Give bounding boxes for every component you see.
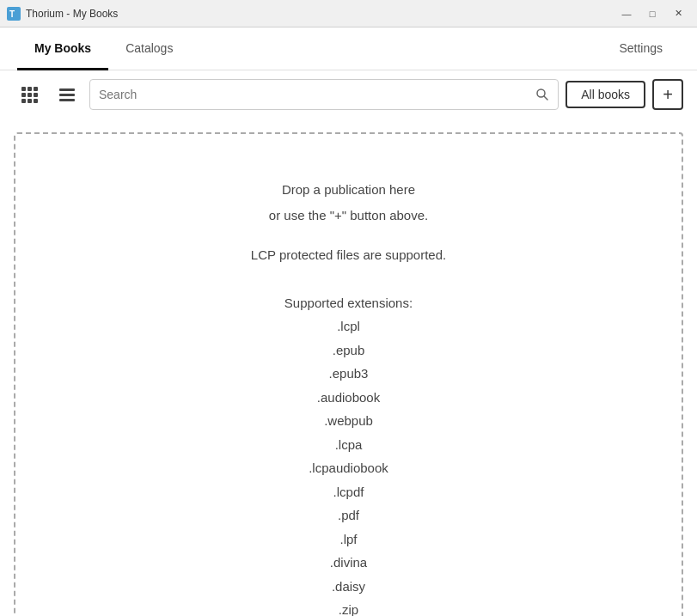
search-input[interactable]	[99, 88, 535, 101]
add-book-button[interactable]: +	[652, 79, 683, 110]
search-container	[89, 79, 559, 110]
list-view-button[interactable]	[52, 79, 83, 110]
svg-line-3	[544, 96, 547, 100]
toolbar: All books +	[0, 70, 697, 119]
ext-daisy: .daisy	[332, 576, 365, 598]
ext-epub3: .epub3	[329, 363, 369, 385]
extensions-header: Supported extensions:	[284, 296, 413, 310]
tab-my-books[interactable]: My Books	[17, 27, 108, 70]
svg-text:T: T	[9, 9, 15, 19]
list-icon	[59, 88, 75, 101]
tab-catalogs[interactable]: Catalogs	[108, 27, 190, 70]
ext-audiobook: .audiobook	[317, 387, 380, 409]
drop-zone-line2: or use the "+" button above.	[269, 203, 428, 229]
title-bar: T Thorium - My Books — □ ✕	[0, 0, 697, 27]
search-button[interactable]	[535, 88, 549, 101]
search-icon	[535, 88, 549, 101]
extensions-list: Supported extensions: .lcpl .epub .epub3…	[284, 296, 413, 616]
all-books-button[interactable]: All books	[566, 81, 645, 108]
drop-zone-line3: LCP protected files are supported.	[251, 242, 446, 268]
ext-epub: .epub	[333, 339, 365, 362]
ext-lpf: .lpf	[339, 528, 357, 551]
window-controls: — □ ✕	[614, 5, 690, 22]
nav-tabs: My Books Catalogs Settings	[0, 27, 697, 70]
app-icon: T	[7, 7, 21, 21]
ext-lcpaudiobook: .lcpaudiobook	[309, 457, 388, 479]
maximize-button[interactable]: □	[640, 5, 664, 22]
grid-view-button[interactable]	[14, 79, 45, 110]
ext-webpub: .webpub	[324, 410, 373, 432]
grid-icon	[21, 87, 38, 103]
main-content: Drop a publication here or use the "+" b…	[0, 119, 697, 616]
drop-zone-line1: Drop a publication here	[282, 177, 415, 203]
ext-divina: .divina	[330, 552, 367, 574]
title-bar-left: T Thorium - My Books	[7, 7, 118, 21]
ext-pdf: .pdf	[338, 504, 359, 527]
tab-settings[interactable]: Settings	[602, 27, 680, 70]
ext-lcpdf: .lcpdf	[333, 481, 364, 503]
close-button[interactable]: ✕	[666, 5, 690, 22]
drop-zone[interactable]: Drop a publication here or use the "+" b…	[14, 132, 683, 616]
window-title: Thorium - My Books	[26, 8, 118, 20]
ext-lcpl: .lcpl	[337, 315, 360, 338]
ext-lcpa: .lcpa	[335, 434, 363, 456]
minimize-button[interactable]: —	[614, 5, 639, 22]
ext-zip: .zip	[339, 599, 358, 616]
